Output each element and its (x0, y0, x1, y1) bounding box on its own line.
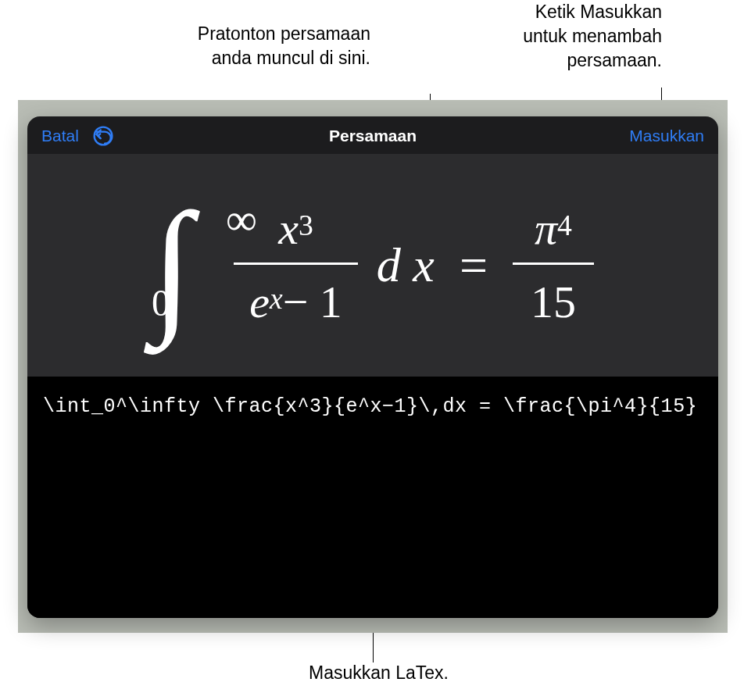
callout-latex-text: Masukkan LaTex. (309, 662, 449, 684)
latex-input-text[interactable]: \int_0^\infty \frac{x^3}{e^x−1}\,dx = \f… (43, 395, 703, 418)
header-left-group: Batal (41, 126, 113, 146)
fraction-right-denominator: 15 (515, 265, 592, 328)
callout-insert-text: Ketik Masukkanuntuk menambahpersamaan. (523, 0, 662, 73)
callout-line-latex (373, 633, 374, 662)
panel-header: Batal Persamaan Masukkan (27, 116, 718, 154)
latex-input-area[interactable]: \int_0^\infty \frac{x^3}{e^x−1}\,dx = \f… (27, 377, 718, 618)
integral-symbol: ∫ ∞ 0 (152, 202, 192, 329)
dx-term: d x (377, 238, 435, 293)
equation-render: ∫ ∞ 0 x3 ex − 1 d x = π4 (152, 202, 594, 329)
equation-preview-area: ∫ ∞ 0 x3 ex − 1 d x = π4 (27, 154, 718, 377)
equals-sign: = (460, 237, 488, 295)
fraction-left-denominator: ex − 1 (234, 265, 358, 328)
integral-lower-bound: 0 (152, 281, 170, 324)
undo-icon[interactable] (93, 126, 113, 146)
integral-upper-bound: ∞ (226, 195, 257, 245)
fraction-right: π4 15 (513, 202, 594, 328)
equation-panel: Batal Persamaan Masukkan ∫ ∞ 0 (27, 116, 718, 618)
panel-title: Persamaan (329, 127, 417, 145)
fraction-right-numerator: π4 (513, 202, 594, 262)
callout-preview-text: Pratonton persamaananda muncul di sini. (198, 22, 370, 70)
fraction-left-numerator: x3 (256, 202, 335, 262)
insert-button[interactable]: Masukkan (629, 127, 704, 145)
cancel-button[interactable]: Batal (41, 127, 79, 145)
